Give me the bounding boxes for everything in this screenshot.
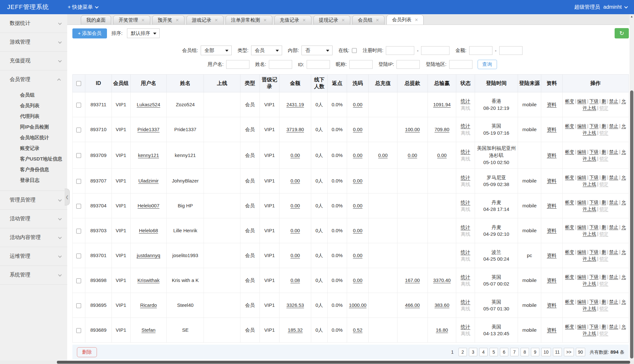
cell-washcode-link[interactable]: 0.00	[353, 152, 362, 158]
cell-total-winloss-link[interactable]: 709.80	[435, 127, 449, 132]
op-帐变-link[interactable]: 帐变	[565, 175, 574, 180]
status-stat-link[interactable]: 统计	[457, 224, 473, 231]
row-checkbox[interactable]	[76, 328, 81, 333]
op-帐变-link[interactable]: 帐变	[565, 149, 574, 154]
sidebar-collapse-handle[interactable]: ❮	[65, 189, 70, 205]
op-帐变-link[interactable]: 帐变	[565, 274, 574, 279]
op-禁止-link[interactable]: 禁止	[609, 224, 618, 230]
type-select[interactable]: 会员	[251, 46, 282, 55]
cell-username-link[interactable]: Helelo68	[139, 228, 158, 233]
op-帐变-link[interactable]: 帐变	[565, 123, 574, 129]
cell-total-deposit-link[interactable]: 0.00	[378, 152, 387, 158]
tab-充值记录[interactable]: 充值记录✕	[274, 15, 312, 25]
profile-link[interactable]: 资料	[547, 253, 556, 258]
cell-username-link[interactable]: Pride1337	[137, 127, 159, 132]
tab-会员列表[interactable]: 会员列表✕	[386, 15, 424, 25]
tab-预开奖[interactable]: 预开奖✕	[152, 15, 185, 25]
sidebar-item-客户身份信息[interactable]: 客户身份信息	[0, 164, 67, 175]
op-下级-link[interactable]: 下级	[589, 324, 598, 329]
close-icon[interactable]: ✕	[415, 17, 418, 22]
cell-washcode-link[interactable]: 0.00	[353, 228, 362, 233]
close-icon[interactable]: ✕	[215, 18, 218, 23]
delete-button[interactable]: 删除	[77, 347, 97, 357]
close-icon[interactable]: ✕	[175, 18, 179, 23]
op-删-link[interactable]: 删	[602, 123, 606, 129]
cell-total-winloss-link[interactable]: 0.00	[437, 152, 447, 158]
sidebar-item-会员组[interactable]: 会员组	[0, 89, 67, 100]
status-stat-link[interactable]: 统计	[457, 98, 473, 105]
op-帐变-link[interactable]: 帐变	[565, 200, 574, 205]
op-删-link[interactable]: 删	[602, 149, 606, 154]
horizontal-scrollbar[interactable]	[0, 360, 634, 364]
row-checkbox[interactable]	[76, 179, 81, 184]
page-7[interactable]: 7	[510, 348, 519, 356]
amount-to-input[interactable]	[499, 46, 523, 55]
op-下级-link[interactable]: 下级	[589, 224, 598, 230]
status-stat-link[interactable]: 统计	[457, 199, 473, 206]
tab-提现记录[interactable]: 提现记录✕	[313, 15, 351, 25]
quick-menu-button[interactable]: + 快捷菜单	[68, 4, 98, 11]
row-checkbox[interactable]	[76, 204, 81, 209]
page-3[interactable]: 3	[469, 348, 477, 356]
cell-total-winloss-link[interactable]: 16.80	[436, 327, 448, 333]
op-删-link[interactable]: 删	[602, 274, 606, 279]
op-禁止-link[interactable]: 禁止	[609, 200, 618, 205]
op-帐变-link[interactable]: 帐变	[565, 99, 574, 104]
page-2[interactable]: 2	[459, 348, 467, 356]
user-menu[interactable]: adminht	[603, 4, 627, 10]
op-下级-link[interactable]: 下级	[589, 99, 598, 104]
row-checkbox[interactable]	[76, 229, 81, 234]
op-禁止-link[interactable]: 禁止	[609, 249, 618, 255]
page-5[interactable]: 5	[490, 348, 498, 356]
cell-username-link[interactable]: kenny121	[138, 152, 159, 158]
add-member-button[interactable]: + 添加会员	[72, 28, 107, 38]
online-checkbox[interactable]	[352, 48, 357, 53]
name-input[interactable]	[269, 60, 292, 69]
op-禁止-link[interactable]: 禁止	[609, 274, 618, 279]
login-area-input[interactable]	[449, 60, 472, 69]
op-编辑-link[interactable]: 编辑	[577, 249, 586, 255]
cell-total-withdraw-link[interactable]: 167.00	[405, 277, 420, 283]
op-下级-link[interactable]: 下级	[589, 299, 598, 304]
sidebar-group-8[interactable]: 系统管理	[0, 266, 67, 284]
op-禁止-link[interactable]: 禁止	[609, 175, 618, 180]
cell-total-withdraw-link[interactable]: 100.00	[405, 127, 420, 132]
amount-from-input[interactable]	[469, 46, 492, 55]
page-6[interactable]: 6	[500, 348, 508, 356]
sidebar-group-0[interactable]: 数据统计	[0, 14, 67, 33]
page-90[interactable]: 90	[576, 348, 586, 356]
op-删-link[interactable]: 删	[602, 224, 606, 230]
op-编辑-link[interactable]: 编辑	[577, 99, 586, 104]
close-icon[interactable]: ✕	[342, 18, 345, 23]
row-checkbox[interactable]	[76, 153, 81, 158]
op-禁止-link[interactable]: 禁止	[609, 123, 618, 129]
status-stat-link[interactable]: 统计	[457, 274, 473, 281]
member-group-select[interactable]: 全部	[201, 46, 232, 55]
op-编辑-link[interactable]: 编辑	[577, 149, 586, 154]
page-9[interactable]: 9	[531, 348, 539, 356]
cell-username-link[interactable]: justdannyq	[137, 253, 160, 258]
page-4[interactable]: 4	[479, 348, 488, 356]
op-删-link[interactable]: 删	[602, 324, 606, 329]
close-icon[interactable]: ✕	[302, 18, 306, 23]
profile-link[interactable]: 资料	[547, 228, 556, 233]
row-checkbox[interactable]	[76, 303, 81, 308]
op-帐变-link[interactable]: 帐变	[565, 249, 574, 255]
page-10[interactable]: 10	[541, 348, 551, 356]
cell-washcode-link[interactable]: 0.52	[353, 327, 362, 333]
page-8[interactable]: 8	[521, 348, 529, 356]
status-stat-link[interactable]: 统计	[457, 122, 473, 130]
op-删-link[interactable]: 删	[602, 299, 606, 304]
page-11[interactable]: 11	[553, 348, 562, 356]
sort-select[interactable]: 默认排序	[127, 28, 160, 38]
cell-amount-link[interactable]: 0.00	[291, 203, 300, 208]
op-下级-link[interactable]: 下级	[589, 149, 598, 154]
cell-washcode-link[interactable]: 0.00	[353, 102, 362, 107]
op-编辑-link[interactable]: 编辑	[577, 224, 586, 230]
row-checkbox[interactable]	[76, 254, 81, 258]
profile-link[interactable]: 资料	[547, 302, 556, 308]
cell-amount-link[interactable]: 185.32	[288, 327, 303, 333]
cell-username-link[interactable]: Uladzimir	[138, 178, 159, 183]
sidebar-group-2[interactable]: 充值提现	[0, 52, 67, 70]
cell-amount-link[interactable]: 0.00	[291, 178, 300, 183]
